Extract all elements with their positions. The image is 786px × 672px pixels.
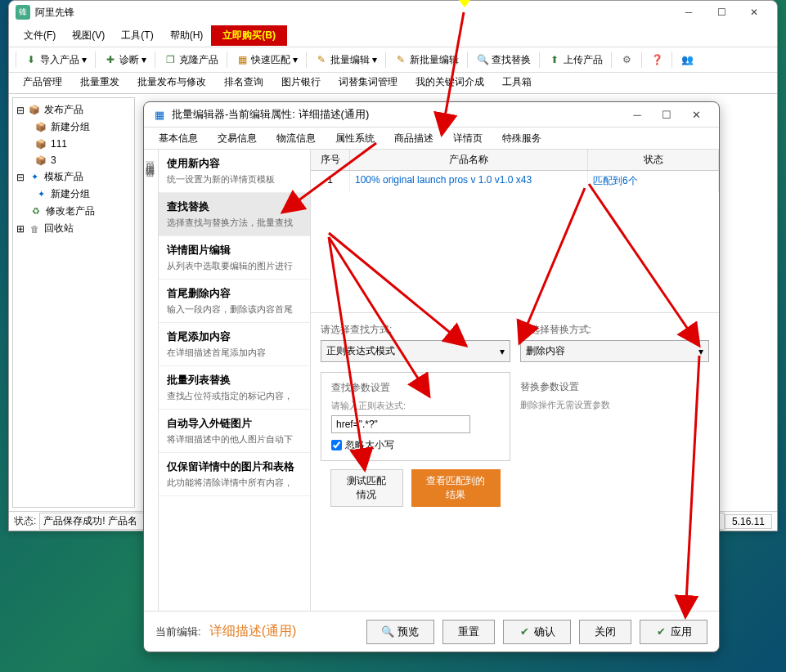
menu-file[interactable]: 文件(F)	[16, 25, 64, 46]
new-edit-icon: ✎	[394, 53, 407, 66]
dialog-maximize[interactable]: ☐	[652, 103, 681, 126]
toolbar-diagnose[interactable]: ✚诊断▾	[99, 51, 151, 69]
tab-rank[interactable]: 排名查询	[215, 70, 272, 93]
regex-hint: 请输入正则表达式:	[331, 400, 500, 412]
tree-newgroup2[interactable]: ✦新建分组	[16, 186, 131, 203]
app-icon: 锋	[16, 5, 30, 20]
toolbar-findreplace[interactable]: 🔍查找替换	[471, 51, 536, 69]
td-name: 100% original launch pros v 1.0 v1.0 x43	[350, 171, 588, 191]
tree-modify[interactable]: ♻修改老产品	[16, 203, 131, 220]
toolbar: ⬇导入产品▾ ✚诊断▾ ❐克隆产品 ▦快速匹配▾ ✎批量编辑▾ ✎新批量编辑 🔍…	[9, 47, 777, 73]
replace-params: 替换参数设置 删除操作无需设置参数	[520, 372, 710, 423]
box-icon: 📦	[28, 104, 41, 117]
apply-button[interactable]: ✔应用	[640, 620, 707, 644]
test-match-button[interactable]: 测试匹配情况	[330, 469, 403, 507]
dialog-minimize[interactable]: ─	[622, 103, 652, 126]
tab-trade[interactable]: 交易信息	[208, 128, 267, 150]
ignorecase-checkbox[interactable]	[331, 440, 342, 450]
action-trim-delete[interactable]: 首尾删除内容 输入一段内容，删除该内容首尾	[159, 280, 310, 323]
replace-mode-select[interactable]: 删除内容▾	[520, 340, 710, 362]
minimize-button[interactable]: ─	[672, 1, 705, 24]
action-find-replace[interactable]: 查找替换 选择查找与替换方法，批量查找	[159, 193, 310, 236]
toolbar-batchedit[interactable]: ✎批量编辑▾	[310, 51, 382, 69]
th-name: 产品名称	[350, 150, 588, 170]
toolbar-upload[interactable]: ⬆上传产品	[543, 51, 608, 69]
tree-template[interactable]: ⊟✦模板产品	[16, 168, 131, 186]
tab-logistics[interactable]: 物流信息	[267, 128, 326, 150]
close-button[interactable]: ✕	[738, 1, 770, 24]
toolbar-users[interactable]: 👥	[676, 51, 698, 69]
td-index: 1	[311, 171, 350, 191]
version-label: 5.16.11	[725, 514, 772, 529]
tree-3[interactable]: 📦3	[16, 152, 131, 168]
buy-button[interactable]: 立即购买(B)	[211, 25, 287, 46]
tab-toolbox[interactable]: 工具箱	[493, 70, 541, 93]
action-image-edit[interactable]: 详情图片编辑 从列表中选取要编辑的图片进行	[159, 236, 310, 280]
gear-icon: ⚙	[620, 53, 633, 66]
tab-image-bank[interactable]: 图片银行	[272, 70, 330, 93]
tab-attr[interactable]: 属性系统	[326, 128, 384, 150]
toolbar-newbatchedit[interactable]: ✎新批量编辑	[389, 51, 464, 69]
titlebar: 锋 阿里先锋 ─ ☐ ✕	[9, 1, 777, 24]
maximize-button[interactable]: ☐	[705, 1, 738, 24]
th-status: 状态	[588, 150, 719, 170]
tree-111[interactable]: 📦111	[16, 136, 131, 152]
menu-view[interactable]: 视图(V)	[64, 25, 113, 46]
replace-column: 请选择替换方式: 删除内容▾ 替换参数设置 删除操作无需设置参数	[520, 323, 710, 601]
action-new-content[interactable]: 使用新内容 统一设置为新的详情页模板	[159, 150, 310, 193]
action-trim-add[interactable]: 首尾添加内容 在详细描述首尾添加内容	[159, 323, 310, 366]
tab-my-keywords[interactable]: 我的关键词介成	[406, 70, 493, 93]
table-head: 序号 产品名称 状态	[311, 150, 719, 171]
dialog-titlebar: ▦ 批量编辑器-当前编辑属性: 详细描述(通用) ─ ☐ ✕	[144, 102, 719, 127]
find-mode-select[interactable]: 正则表达式模式▾	[321, 340, 510, 362]
current-edit-value: 详细描述(通用)	[209, 623, 358, 640]
check-icon: ✔	[519, 626, 530, 638]
menubar: 文件(F) 视图(V) 工具(T) 帮助(H) 立即购买(B)	[9, 24, 777, 47]
tree-publish[interactable]: ⊟📦发布产品	[16, 101, 131, 119]
reset-button[interactable]: 重置	[442, 620, 495, 644]
tab-batch-resend[interactable]: 批量重发	[71, 70, 128, 93]
toolbar-help[interactable]: ❓	[645, 51, 668, 69]
view-results-button[interactable]: 查看匹配到的结果	[411, 469, 501, 507]
toolbar-clone[interactable]: ❐克隆产品	[159, 51, 223, 69]
side-label: 可用编辑器	[144, 150, 159, 611]
tree-recycle[interactable]: ⊞🗑回收站	[16, 220, 131, 237]
upload-icon: ⬆	[548, 53, 561, 66]
close-button[interactable]: 关闭	[579, 620, 631, 644]
search-icon: 🔍	[476, 53, 489, 66]
status-label: 状态:	[14, 514, 36, 528]
pointer-arrow-icon	[458, 0, 471, 7]
action-batch-list-replace[interactable]: 批量列表替换 查找占位符或指定的标记内容，	[159, 366, 310, 410]
preview-button[interactable]: 🔍预览	[366, 620, 434, 644]
help-icon: ❓	[650, 53, 663, 66]
td-status: 匹配到6个	[588, 171, 719, 191]
toolbar-fastmatch[interactable]: ▦快速匹配▾	[231, 51, 303, 69]
puzzle-icon: ✦	[28, 171, 41, 184]
chevron-down-icon: ▾	[372, 54, 377, 65]
regex-input[interactable]	[331, 415, 470, 433]
chevron-down-icon: ▾	[82, 54, 87, 65]
dialog-close[interactable]: ✕	[681, 103, 711, 126]
ok-button[interactable]: ✔确认	[503, 620, 571, 644]
tab-basic[interactable]: 基本信息	[149, 128, 208, 150]
ignorecase-label: 忽略大小写	[345, 438, 394, 452]
edit-icon: ✎	[315, 53, 328, 66]
menu-help[interactable]: 帮助(H)	[162, 25, 212, 46]
dialog-icon: ▦	[152, 107, 167, 122]
action-keep-images-tables[interactable]: 仅保留详情中的图片和表格 此功能将清除详情中所有内容，	[159, 453, 310, 496]
tab-product-manage[interactable]: 产品管理	[14, 70, 71, 93]
tab-detail[interactable]: 详情页	[443, 128, 492, 150]
import-icon: ⬇	[25, 53, 38, 66]
table-row[interactable]: 1 100% original launch pros v 1.0 v1.0 x…	[311, 171, 719, 191]
tab-special[interactable]: 特殊服务	[492, 128, 551, 150]
tab-desc[interactable]: 商品描述	[384, 128, 443, 150]
action-import-external-images[interactable]: 自动导入外链图片 将详细描述中的他人图片自动下	[159, 410, 310, 453]
tab-keyword-manage[interactable]: 词替集词管理	[330, 70, 406, 93]
menu-tool[interactable]: 工具(T)	[113, 25, 161, 46]
tree-newgroup1[interactable]: 📦新建分组	[16, 119, 131, 136]
replace-desc: 删除操作无需设置参数	[520, 399, 710, 411]
tab-batch-publish[interactable]: 批量发布与修改	[128, 70, 215, 93]
chevron-down-icon: ▾	[500, 346, 505, 357]
toolbar-settings[interactable]: ⚙	[615, 51, 638, 69]
toolbar-import[interactable]: ⬇导入产品▾	[20, 51, 92, 69]
